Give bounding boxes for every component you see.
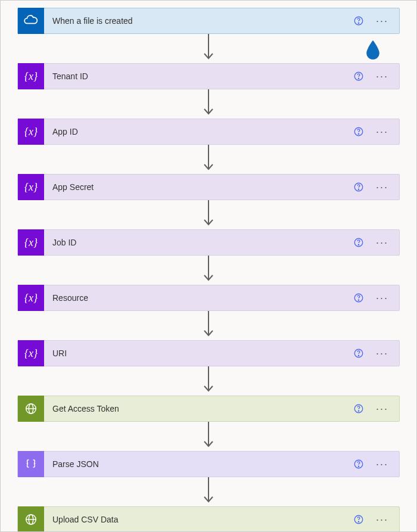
help-icon[interactable] [353,348,364,359]
connector-arrow [17,422,400,451]
step-variable-app-id[interactable]: {x} App ID ··· [17,119,400,145]
more-icon[interactable]: ··· [376,237,388,248]
svg-point-10 [358,189,359,189]
more-icon[interactable]: ··· [376,403,388,414]
more-icon[interactable]: ··· [376,71,388,82]
connector-arrow [17,366,400,396]
step-title: Parse JSON [44,459,353,469]
connector-arrow [17,34,400,63]
step-variable-tenant-id[interactable]: {x} Tenant ID ··· [17,63,400,89]
step-title: Job ID [44,238,353,247]
globe-icon [18,396,44,422]
help-icon[interactable] [353,459,364,469]
connector-arrow [17,145,400,174]
svg-point-13 [358,244,359,245]
connector-arrow [17,477,400,506]
svg-point-25 [358,410,359,411]
connector-arrow [17,311,400,340]
svg-point-1 [358,23,359,23]
step-title: Get Access Token [44,404,353,413]
help-icon[interactable] [353,182,364,192]
droplet-indicator [364,39,382,60]
step-variable-app-secret[interactable]: {x} App Secret ··· [17,174,400,200]
help-icon[interactable] [353,514,364,525]
connector-arrow [17,256,400,285]
onedrive-icon [18,8,44,34]
svg-point-19 [358,355,359,356]
more-icon[interactable]: ··· [376,459,388,469]
step-title: When a file is created [44,16,353,26]
step-variable-uri[interactable]: {x} URI ··· [17,340,400,366]
step-http-upload-csv-data[interactable]: Upload CSV Data ··· [17,506,400,532]
step-variable-resource[interactable]: {x} Resource ··· [17,285,400,311]
data-operation-icon [18,451,44,477]
help-icon[interactable] [353,403,364,414]
connector-arrow [17,89,400,119]
more-icon[interactable]: ··· [376,514,388,525]
variable-icon: {x} [18,229,44,256]
svg-point-16 [358,300,359,300]
step-trigger-file-created[interactable]: When a file is created ··· [17,8,400,34]
svg-point-34 [358,521,359,522]
connector-arrow [17,200,400,229]
more-icon[interactable]: ··· [376,348,388,359]
help-icon[interactable] [353,71,364,82]
variable-icon: {x} [18,174,44,200]
step-title: App ID [44,127,353,136]
svg-point-7 [358,133,359,134]
flow-canvas: When a file is created ··· {x} Tenant ID… [5,5,412,532]
step-title: URI [44,349,353,358]
globe-icon [18,506,44,532]
svg-point-4 [358,78,359,79]
help-icon[interactable] [353,237,364,248]
step-title: Upload CSV Data [44,515,353,524]
more-icon[interactable]: ··· [376,182,388,192]
step-parse-json[interactable]: Parse JSON ··· [17,451,400,477]
variable-icon: {x} [18,340,44,366]
step-variable-job-id[interactable]: {x} Job ID ··· [17,229,400,256]
step-title: App Secret [44,182,353,192]
more-icon[interactable]: ··· [376,126,388,137]
step-title: Resource [44,293,353,303]
step-http-get-access-token[interactable]: Get Access Token ··· [17,396,400,422]
variable-icon: {x} [18,119,44,145]
more-icon[interactable]: ··· [376,15,388,26]
variable-icon: {x} [18,285,44,311]
help-icon[interactable] [353,126,364,137]
help-icon[interactable] [353,293,364,303]
help-icon[interactable] [353,15,364,26]
variable-icon: {x} [18,63,44,89]
svg-point-28 [358,466,359,466]
step-title: Tenant ID [44,71,353,81]
more-icon[interactable]: ··· [376,293,388,303]
